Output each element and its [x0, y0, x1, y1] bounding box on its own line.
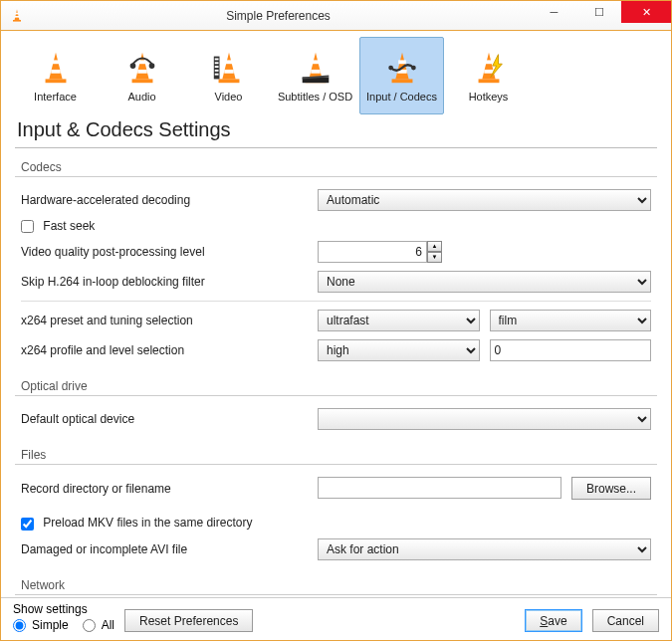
svg-marker-24	[309, 53, 322, 80]
show-settings-label: Show settings	[13, 602, 114, 616]
preload-mkv-checkbox-label[interactable]: Preload MKV files in the same directory	[21, 516, 252, 530]
postproc-label: Video quality post-processing level	[21, 245, 310, 259]
radio-simple-label[interactable]: Simple	[13, 618, 69, 632]
svg-rect-5	[52, 60, 60, 64]
svg-rect-7	[45, 79, 66, 83]
tab-subtitles[interactable]: Subtitles / OSD	[273, 37, 357, 114]
svg-rect-2	[15, 16, 19, 18]
fast-seek-checkbox[interactable]	[21, 220, 34, 233]
tab-input-codecs[interactable]: Input / Codecs	[359, 37, 444, 114]
damaged-avi-select[interactable]: Ask for action	[318, 538, 651, 560]
files-group: Files Record directory or filename Brows…	[15, 442, 657, 563]
skiploop-select[interactable]: None	[318, 271, 651, 293]
svg-rect-11	[131, 79, 152, 83]
svg-marker-40	[490, 55, 501, 78]
svg-rect-6	[51, 70, 61, 74]
svg-marker-0	[15, 9, 20, 19]
svg-rect-39	[478, 79, 499, 83]
spin-up-icon[interactable]: ▲	[427, 241, 442, 252]
x264-preset-label: x264 preset and tuning selection	[21, 314, 310, 327]
optical-group: Optical drive Default optical device	[15, 373, 657, 434]
radio-simple[interactable]	[13, 619, 26, 632]
svg-marker-8	[135, 53, 148, 80]
optical-device-label: Default optical device	[21, 412, 310, 426]
preload-mkv-text: Preload MKV files in the same directory	[43, 516, 252, 530]
fast-seek-checkbox-label[interactable]: Fast seek	[21, 219, 310, 233]
tab-label: Subtitles / OSD	[278, 91, 352, 103]
svg-marker-4	[49, 53, 62, 80]
optical-legend: Optical drive	[15, 373, 657, 396]
postproc-spin[interactable]	[318, 241, 427, 263]
network-group: Network Default caching policy Custom	[15, 572, 657, 597]
cone-cable-icon	[382, 49, 422, 87]
spin-down-icon[interactable]: ▼	[427, 252, 442, 263]
reset-preferences-button[interactable]: Reset Preferences	[124, 609, 253, 632]
x264-level-input[interactable]	[490, 339, 652, 361]
svg-rect-26	[311, 70, 321, 74]
separator	[21, 301, 651, 302]
svg-rect-33	[391, 79, 412, 83]
close-button[interactable]: ✕	[621, 1, 671, 23]
maximize-button[interactable]: ☐	[576, 1, 621, 23]
svg-rect-3	[13, 20, 21, 22]
tab-label: Interface	[34, 91, 77, 103]
tab-label: Input / Codecs	[366, 91, 437, 103]
x264-tune-select[interactable]: film	[490, 310, 652, 331]
cone-clapper-icon	[296, 49, 336, 87]
svg-point-34	[388, 66, 393, 71]
tab-label: Hotkeys	[469, 91, 509, 103]
svg-rect-25	[312, 60, 320, 64]
svg-point-35	[411, 66, 416, 71]
fast-seek-text: Fast seek	[43, 219, 95, 233]
svg-point-12	[129, 63, 135, 69]
svg-rect-19	[214, 59, 218, 61]
radio-all[interactable]	[83, 619, 96, 632]
minimize-button[interactable]: ─	[532, 1, 576, 23]
svg-rect-15	[225, 60, 233, 64]
svg-marker-14	[222, 53, 235, 80]
tab-label: Video	[215, 91, 243, 103]
svg-rect-31	[398, 60, 406, 64]
save-button[interactable]: Save	[525, 609, 581, 632]
bottom-bar: Show settings Simple All Reset Preferenc…	[1, 597, 671, 640]
x264-profile-select[interactable]: high	[318, 339, 480, 361]
svg-point-13	[148, 63, 154, 69]
tab-label: Audio	[127, 91, 155, 103]
svg-rect-37	[485, 60, 493, 64]
preferences-tabs: Interface Audio Video Subtitles / OSD In…	[1, 31, 671, 114]
network-legend: Network	[15, 572, 657, 595]
record-dir-input[interactable]	[318, 477, 561, 499]
tab-hotkeys[interactable]: Hotkeys	[446, 37, 531, 114]
hw-decode-select[interactable]: Automatic	[318, 189, 651, 211]
app-icon	[9, 8, 25, 24]
cancel-button[interactable]: Cancel	[592, 609, 659, 632]
record-dir-label: Record directory or filename	[21, 482, 310, 496]
svg-rect-21	[214, 66, 218, 68]
browse-button[interactable]: Browse...	[571, 477, 651, 500]
svg-rect-16	[224, 70, 234, 74]
svg-rect-9	[138, 60, 146, 64]
svg-rect-38	[484, 70, 494, 74]
optical-device-select[interactable]	[318, 408, 651, 430]
svg-rect-22	[214, 70, 218, 72]
x264-preset-select[interactable]: ultrafast	[318, 310, 480, 331]
cone-icon	[36, 49, 76, 87]
damaged-avi-label: Damaged or incomplete AVI file	[21, 542, 310, 556]
window-title: Simple Preferences	[25, 9, 532, 23]
cone-film-icon	[209, 49, 249, 87]
tab-video[interactable]: Video	[186, 37, 271, 114]
svg-rect-17	[218, 79, 239, 83]
svg-rect-23	[214, 74, 218, 76]
cone-headphones-icon	[122, 49, 162, 87]
radio-all-label[interactable]: All	[83, 618, 114, 632]
titlebar: Simple Preferences ─ ☐ ✕	[1, 1, 671, 31]
hw-decode-label: Hardware-accelerated decoding	[21, 193, 310, 207]
tab-interface[interactable]: Interface	[13, 37, 98, 114]
preload-mkv-checkbox[interactable]	[21, 518, 34, 531]
codecs-group: Codecs Hardware-accelerated decoding Aut…	[15, 154, 657, 365]
x264-profile-label: x264 profile and level selection	[21, 343, 310, 357]
tab-audio[interactable]: Audio	[100, 37, 184, 114]
settings-scroll-area[interactable]: Codecs Hardware-accelerated decoding Aut…	[1, 148, 671, 597]
svg-rect-1	[15, 12, 18, 14]
codecs-legend: Codecs	[15, 154, 657, 177]
